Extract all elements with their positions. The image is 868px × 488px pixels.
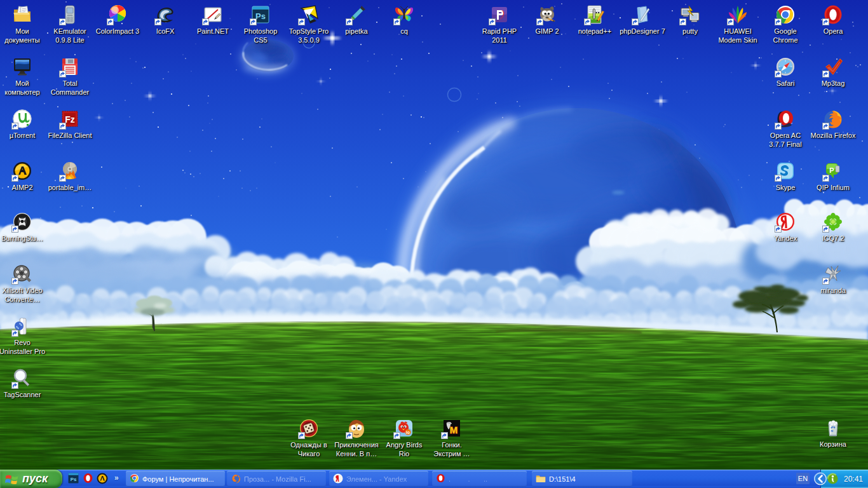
svg-text:Fz: Fz: [65, 114, 75, 125]
svg-text:Ps: Ps: [71, 477, 77, 482]
svg-text:P: P: [829, 166, 834, 174]
svg-text:Ps: Ps: [255, 11, 266, 21]
svg-text:io: io: [406, 430, 410, 435]
svg-text:M: M: [450, 424, 458, 435]
